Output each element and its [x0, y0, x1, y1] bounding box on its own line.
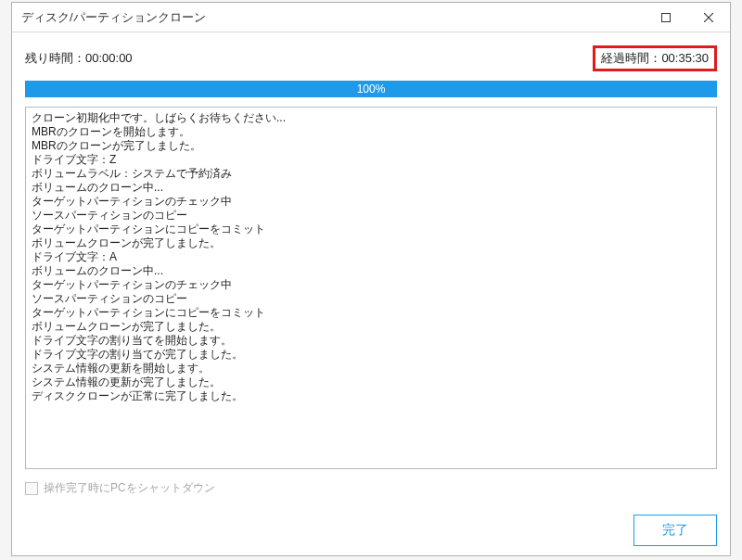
options-row: 操作完了時にPCをシャットダウン: [25, 480, 717, 496]
remaining-time-value: 00:00:00: [85, 51, 133, 65]
dialog-window: ディスク/パーティションクローン 残り時間：00:00:00 経過時間：00:3…: [11, 2, 731, 556]
remaining-time-label: 残り時間：: [25, 51, 85, 65]
progress-bar: 100%: [25, 81, 717, 97]
time-row: 残り時間：00:00:00 経過時間：00:35:30: [25, 45, 717, 71]
dialog-content: 残り時間：00:00:00 経過時間：00:35:30 100% クローン初期化…: [12, 32, 730, 555]
shutdown-checkbox[interactable]: 操作完了時にPCをシャットダウン: [25, 480, 215, 496]
checkbox-icon: [25, 482, 38, 495]
close-icon: [704, 13, 713, 22]
elapsed-time-value: 00:35:30: [661, 51, 709, 65]
shutdown-checkbox-label: 操作完了時にPCをシャットダウン: [44, 480, 215, 496]
elapsed-time-label: 経過時間：: [601, 51, 661, 65]
elapsed-time-highlight: 経過時間：00:35:30: [593, 45, 717, 71]
done-button-label: 完了: [662, 522, 688, 539]
progress-bar-label: 100%: [25, 81, 717, 97]
maximize-button[interactable]: [645, 3, 687, 32]
svg-rect-0: [662, 13, 671, 21]
titlebar: ディスク/パーティションクローン: [12, 3, 730, 32]
log-output[interactable]: クローン初期化中です。しばらくお待ちください... MBRのクローンを開始します…: [25, 107, 717, 469]
window-title: ディスク/パーティションクローン: [21, 9, 645, 26]
maximize-icon: [661, 13, 671, 22]
button-row: 完了: [25, 515, 717, 546]
done-button[interactable]: 完了: [633, 515, 717, 546]
close-button[interactable]: [687, 3, 730, 32]
remaining-time: 残り時間：00:00:00: [25, 50, 133, 67]
